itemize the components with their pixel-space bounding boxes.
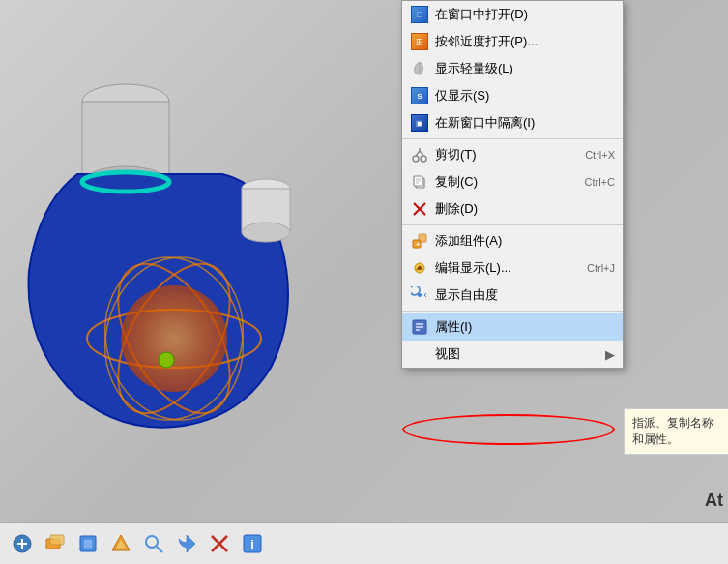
menu-item-open-window[interactable]: □ 在窗口中打开(D) <box>402 1 623 28</box>
show-lightweight-icon <box>410 59 429 78</box>
menu-item-cut-shortcut: Ctrl+X <box>585 149 615 161</box>
isolate-icon: ▣ <box>410 113 429 133</box>
svg-line-48 <box>157 547 162 552</box>
toolbar-component2-button[interactable] <box>73 529 102 558</box>
menu-item-isolate[interactable]: ▣ 在新窗口中隔离(I) <box>402 109 623 136</box>
submenu-tooltip-text: 指派、复制名称和属性。 <box>632 416 713 446</box>
at-label: At <box>705 490 723 511</box>
show-only-icon: S <box>410 86 429 105</box>
3d-model <box>10 10 416 513</box>
svg-text:+: + <box>416 240 421 249</box>
menu-item-copy-label: 复制(C) <box>435 173 579 191</box>
menu-item-open-window-label: 在窗口中打开(D) <box>435 6 615 23</box>
toolbar-delete-button[interactable] <box>205 529 234 558</box>
menu-item-copy-shortcut: Ctrl+C <box>585 176 615 188</box>
menu-item-edit-display-shortcut: Ctrl+J <box>587 262 615 274</box>
toolbar-component3-button[interactable] <box>106 529 135 558</box>
toolbar-info-button[interactable]: i <box>238 529 267 558</box>
toolbar-add-button[interactable] <box>8 529 37 558</box>
menu-item-add-component-label: 添加组件(A) <box>435 232 615 250</box>
svg-point-33 <box>418 293 422 297</box>
menu-item-cut[interactable]: 剪切(T) Ctrl+X <box>402 141 623 168</box>
menu-item-delete[interactable]: 删除(D) <box>402 195 623 223</box>
menu-item-properties-label: 属性(I) <box>435 318 615 336</box>
menu-item-properties[interactable]: 属性(I) <box>402 313 623 341</box>
bottom-toolbar: i <box>0 522 728 564</box>
copy-icon <box>410 172 429 192</box>
context-menu: □ 在窗口中打开(D) ⊞ 按邻近度打开(P)... 显示轻量级(L) S <box>401 0 624 369</box>
svg-line-18 <box>416 151 420 156</box>
menu-item-edit-display[interactable]: 编辑显示(L)... Ctrl+J <box>402 254 623 282</box>
svg-point-17 <box>421 156 426 162</box>
open-window-icon: □ <box>410 5 429 24</box>
separator-3 <box>402 311 623 312</box>
svg-point-6 <box>242 223 290 242</box>
svg-point-32 <box>418 266 422 270</box>
toolbar-nav-button[interactable] <box>172 529 201 558</box>
toolbar-component1-button[interactable] <box>41 529 70 558</box>
svg-point-47 <box>146 536 158 548</box>
separator-1 <box>402 138 623 139</box>
svg-rect-42 <box>50 535 64 545</box>
show-freedom-icon <box>410 285 429 305</box>
menu-item-open-proximity-label: 按邻近度打开(P)... <box>435 33 615 50</box>
menu-item-delete-label: 删除(D) <box>435 200 615 218</box>
menu-item-isolate-label: 在新窗口中隔离(I) <box>435 114 615 132</box>
view-submenu-arrow: ▶ <box>605 347 615 362</box>
menu-item-copy[interactable]: 复制(C) Ctrl+C <box>402 168 623 195</box>
submenu-tooltip: 指派、复制名称和属性。 <box>624 408 728 455</box>
menu-item-add-component[interactable]: + 添加组件(A) <box>402 227 623 254</box>
svg-rect-44 <box>83 539 93 549</box>
svg-point-13 <box>121 285 227 392</box>
open-proximity-icon: ⊞ <box>410 32 429 51</box>
menu-item-show-freedom-label: 显示自由度 <box>435 286 615 304</box>
menu-item-cut-label: 剪切(T) <box>435 146 579 163</box>
menu-item-open-proximity[interactable]: ⊞ 按邻近度打开(P)... <box>402 28 623 55</box>
properties-icon <box>410 317 429 337</box>
svg-text:i: i <box>250 537 254 551</box>
menu-item-show-lightweight-label: 显示轻量级(L) <box>435 60 615 77</box>
svg-point-16 <box>413 156 419 162</box>
separator-2 <box>402 224 623 225</box>
toolbar-search-button[interactable] <box>139 529 168 558</box>
cut-icon <box>410 145 429 164</box>
svg-line-19 <box>420 151 423 156</box>
edit-display-icon <box>410 258 429 278</box>
menu-item-view-label: 视图 <box>435 345 599 363</box>
menu-item-view[interactable]: 视图 ▶ <box>402 341 623 368</box>
menu-item-show-lightweight[interactable]: 显示轻量级(L) <box>402 55 623 82</box>
menu-item-show-only[interactable]: S 仅显示(S) <box>402 82 623 109</box>
add-component-icon: + <box>410 231 429 251</box>
menu-item-show-freedom[interactable]: 显示自由度 <box>402 282 623 309</box>
delete-icon <box>410 199 429 219</box>
menu-item-show-only-label: 仅显示(S) <box>435 87 615 104</box>
view-icon <box>410 344 429 364</box>
svg-point-14 <box>159 352 174 368</box>
menu-item-edit-display-label: 编辑显示(L)... <box>435 259 581 277</box>
